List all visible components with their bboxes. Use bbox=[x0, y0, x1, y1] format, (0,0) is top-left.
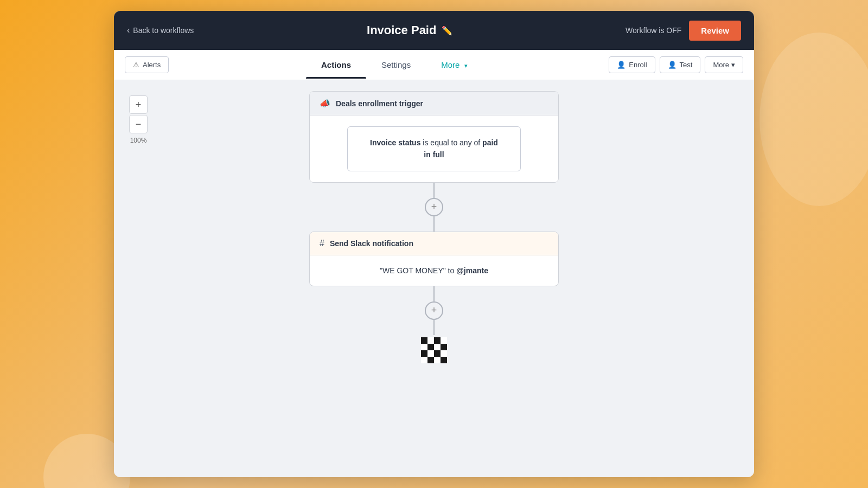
connector-line-1 bbox=[433, 183, 435, 198]
more-label-right: More bbox=[713, 61, 729, 69]
back-to-workflows-link[interactable]: ‹ Back to workflows bbox=[127, 25, 194, 35]
connector-line-3 bbox=[433, 286, 435, 301]
back-label: Back to workflows bbox=[133, 26, 194, 35]
canvas-area: + − 100% 📣 Deals enrollment trigger Invo… bbox=[114, 80, 754, 477]
connector-2: + bbox=[425, 286, 443, 335]
top-bar: ‹ Back to workflows Invoice Paid ✏️ Work… bbox=[114, 11, 754, 50]
title-text: Invoice Paid bbox=[367, 23, 436, 37]
condition-card[interactable]: Invoice status is equal to any of paidin… bbox=[347, 126, 521, 171]
action-block[interactable]: # Send Slack notification "WE GOT MONEY"… bbox=[309, 232, 559, 286]
condition-prefix: Invoice status bbox=[370, 138, 420, 147]
enroll-label: Enroll bbox=[629, 61, 647, 69]
end-block bbox=[421, 337, 447, 363]
workflow-canvas: 📣 Deals enrollment trigger Invoice statu… bbox=[309, 91, 559, 363]
trigger-body: Invoice status is equal to any of paidin… bbox=[310, 115, 558, 182]
more-dropdown-icon: ▾ bbox=[731, 61, 735, 69]
zoom-level: 100% bbox=[130, 137, 147, 144]
edit-icon[interactable]: ✏️ bbox=[442, 25, 452, 36]
zoom-controls: + − 100% bbox=[129, 95, 148, 144]
add-step-button-2[interactable]: + bbox=[425, 301, 443, 320]
zoom-out-icon: − bbox=[136, 119, 142, 130]
action-body-bold: @jmante bbox=[456, 266, 488, 275]
enroll-icon: 👤 bbox=[617, 61, 626, 69]
back-chevron-icon: ‹ bbox=[127, 25, 130, 35]
connector-1: + bbox=[425, 183, 443, 232]
test-icon: 👤 bbox=[668, 61, 676, 69]
tab-settings-label: Settings bbox=[381, 60, 411, 69]
connector-line-2 bbox=[433, 216, 435, 232]
tab-more-dropdown-icon: ▾ bbox=[464, 62, 468, 69]
checkered-flag-icon bbox=[421, 337, 447, 363]
alerts-button[interactable]: ⚠ Alerts bbox=[125, 56, 169, 73]
tab-settings[interactable]: Settings bbox=[366, 52, 426, 78]
action-body-text: "WE GOT MONEY" to bbox=[380, 266, 456, 275]
tab-more[interactable]: More ▾ bbox=[426, 52, 482, 78]
tab-more-label: More bbox=[441, 60, 459, 69]
enroll-button[interactable]: 👤 Enroll bbox=[609, 56, 655, 73]
sub-nav-left: ⚠ Alerts bbox=[125, 56, 169, 73]
tab-actions[interactable]: Actions bbox=[306, 52, 366, 78]
action-header: # Send Slack notification bbox=[310, 232, 558, 255]
workflow-status-label: Workflow is OFF bbox=[626, 26, 681, 35]
slack-icon: # bbox=[320, 239, 324, 248]
more-button-right[interactable]: More ▾ bbox=[705, 56, 743, 73]
sub-nav-tabs: Actions Settings More ▾ bbox=[180, 52, 609, 78]
condition-bold2: in full bbox=[424, 150, 444, 159]
condition-bold1: paid bbox=[482, 138, 498, 147]
tab-actions-label: Actions bbox=[321, 60, 351, 69]
zoom-out-button[interactable]: − bbox=[129, 115, 148, 133]
test-label: Test bbox=[680, 61, 693, 69]
trigger-icon: 📣 bbox=[320, 98, 330, 108]
trigger-title: Deals enrollment trigger bbox=[336, 99, 423, 108]
sub-nav-right: 👤 Enroll 👤 Test More ▾ bbox=[609, 56, 743, 73]
test-button[interactable]: 👤 Test bbox=[660, 56, 701, 73]
connector-line-4 bbox=[433, 320, 435, 335]
trigger-header: 📣 Deals enrollment trigger bbox=[310, 92, 558, 115]
zoom-in-button[interactable]: + bbox=[129, 95, 148, 114]
top-bar-right: Workflow is OFF Review bbox=[626, 21, 741, 41]
main-window: ‹ Back to workflows Invoice Paid ✏️ Work… bbox=[114, 11, 754, 477]
add-step-button-1[interactable]: + bbox=[425, 198, 443, 216]
workflow-title: Invoice Paid ✏️ bbox=[194, 23, 626, 37]
alerts-label: Alerts bbox=[143, 61, 161, 69]
condition-middle: is equal to any of bbox=[420, 138, 482, 147]
trigger-block[interactable]: 📣 Deals enrollment trigger Invoice statu… bbox=[309, 91, 559, 183]
sub-nav: ⚠ Alerts Actions Settings More ▾ 👤 Enrol… bbox=[114, 50, 754, 80]
action-body: "WE GOT MONEY" to @jmante bbox=[310, 255, 558, 286]
review-button[interactable]: Review bbox=[689, 21, 741, 41]
zoom-in-icon: + bbox=[136, 99, 142, 111]
action-title: Send Slack notification bbox=[330, 239, 413, 248]
alert-icon: ⚠ bbox=[133, 61, 139, 69]
